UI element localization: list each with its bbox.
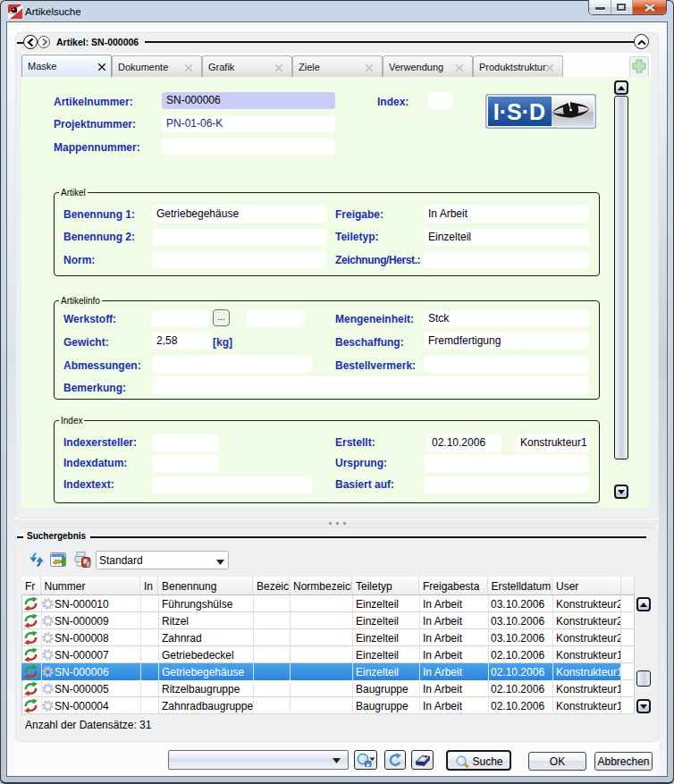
- svg-text:I·S·D: I·S·D: [493, 99, 545, 124]
